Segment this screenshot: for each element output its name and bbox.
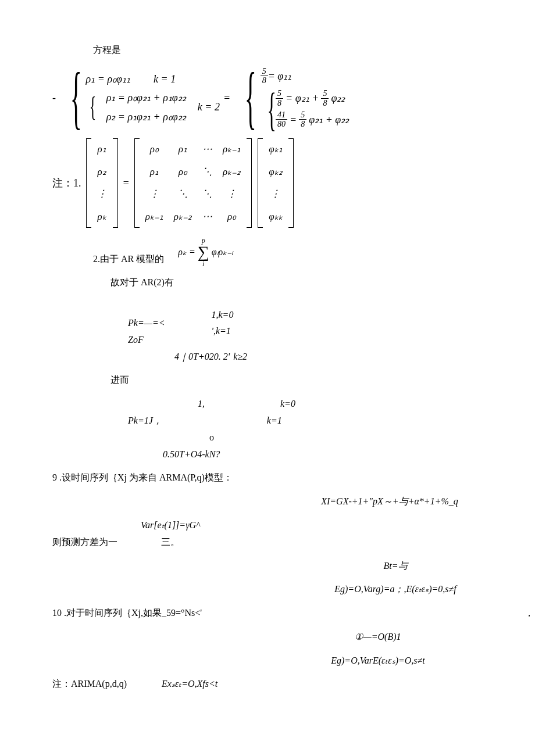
frac-c-l-den: 80	[276, 120, 287, 128]
m-10: ⋱	[202, 185, 212, 203]
thus-text: 进而	[47, 372, 535, 389]
m-8: ⋮	[149, 185, 159, 203]
intro-label: 方程是	[93, 45, 121, 55]
q9-footer-left: 则预测方差为一	[52, 534, 117, 551]
q9-footer-bot: 三。	[161, 534, 180, 551]
pk1-r3: 4｜0T+020. 2'	[174, 349, 230, 366]
m-5: ρ₀	[179, 163, 187, 181]
q10-label-row: 10 .对于时间序列｛Xj,如果_59=°Ns<' ， 则 X,～(d)o	[47, 605, 535, 622]
frac-b-l-den: 8	[276, 99, 283, 108]
frac-b-l-num: 5	[276, 89, 283, 98]
inner-left-brace: {	[89, 96, 96, 118]
right-bracket-3	[288, 138, 294, 228]
note1-matrix: 注：1. ρ₁ ρ₂ ⋮ ρₖ = ρ₀ ρ₁ ⋯ ρₖ₋₁ ρ₁ ρ₀ ⋱ ρ…	[47, 137, 535, 229]
frac-b-r-num: 5	[321, 89, 329, 98]
q10-eq1: ①—=O(B)1	[47, 629, 535, 646]
m-6: ⋱	[202, 163, 212, 181]
q9-footer: 则预测方差为一 Var[eₜ(1]]=γG^ 三。	[47, 517, 535, 551]
equation-system-1: - { ρ₁ = ρ₀φ₁₁ k = 1 { ρ₁ = ρ₀φ₂₁ + ρ₁φ₂…	[47, 67, 535, 129]
left-bracket-2	[134, 138, 140, 228]
sum-body: φᵢρₖ₋ᵢ	[212, 244, 234, 261]
frac-c-r-num: 5	[299, 110, 306, 120]
matrix-main: ρ₀ ρ₁ ⋯ ρₖ₋₁ ρ₁ ρ₀ ⋱ ρₖ₋₂ ⋮ ⋱ ⋱ ⋮ ρₖ₋₁ ρ…	[141, 137, 246, 229]
left-bracket-3	[258, 138, 263, 228]
m-2: ⋯	[202, 141, 212, 159]
case-line2a: ρ₁ = ρ₀φ₂₁ + ρ₁φ₂₂	[106, 88, 186, 107]
m-9: ⋱	[178, 185, 188, 203]
vr-2: ⋮	[270, 185, 280, 203]
case-line2b: ρ₂ = ρ₁φ₂₁ + ρ₀φ₂₂	[106, 108, 186, 126]
matrix-eq: =	[123, 174, 130, 192]
vr-1: φₖ₂	[269, 163, 282, 181]
pk1-r1: 1,k=0	[212, 307, 234, 324]
note1-label: 注：1.	[52, 174, 81, 192]
q9-footer-var: Var[eₜ(1]]=γG^	[141, 517, 200, 534]
m-1: ρ₁	[179, 141, 187, 159]
vl-1: ρ₂	[97, 163, 106, 181]
note2-prefix: 2.由于 AR 模型的	[93, 251, 164, 268]
note2-line: 2.由于 AR 模型的 ρₖ = p ∑ i φᵢρₖ₋ᵢ	[47, 237, 535, 267]
right-inner-brace: {	[267, 91, 276, 128]
vec-right: φₖ₁ φₖ₂ ⋮ φₖₖ	[264, 137, 287, 229]
pk-cases-2: 1, k=0 Pk=1J， k=1 o 0.50T+O4-kN?	[47, 396, 535, 463]
q10-footer: 注：ARIMA(p,d,q) Exₛεₜ=O,Xfs<t	[47, 676, 535, 693]
rhs-c-mid: φ₂₁ + φ₂₂	[309, 110, 349, 129]
case-line1-k: k = 1	[154, 70, 176, 88]
q10-tail: ， 则 X,～(d)o	[525, 605, 535, 622]
right-bracket-1	[113, 138, 118, 228]
m-15: ρ₀	[227, 208, 236, 226]
pk1-r2: ',k=1	[212, 323, 234, 340]
pk2-k1: k=0	[280, 396, 295, 413]
m-14: ⋯	[202, 208, 212, 226]
q10-bt-text: Bt=与	[383, 561, 407, 571]
q9-label: 9 .设时间序列｛Xj 为来自 ARMA(P,q)模型：	[47, 470, 535, 486]
thus-label: 进而	[110, 375, 129, 385]
vr-0: φₖ₁	[269, 141, 282, 159]
left-brace-outer: {	[70, 70, 82, 126]
q9-equation: XI=GX-+1+"pX～+与+α*+1+%_q	[47, 493, 535, 510]
equals-sign: =	[223, 88, 230, 107]
rhs-b-mid: = φ₂₁ +	[286, 89, 319, 108]
q10-eq1-text: ①—=O(B)1	[355, 632, 401, 642]
frac-b-r-den: 8	[321, 99, 329, 108]
q10-eg1-text: Eg)=O,Varg)=a；,E(εₜεₛ)=0,s≠f	[334, 584, 456, 594]
intro-text: 方程是	[47, 42, 535, 59]
frac-c-r-den: 8	[299, 120, 306, 128]
case-line2-k: k = 2	[198, 98, 220, 116]
left-bracket-1	[86, 138, 91, 228]
vec-left: ρ₁ ρ₂ ⋮ ρₖ	[92, 137, 112, 229]
case-line1: ρ₁ = ρ₀φ₁₁	[86, 70, 130, 88]
m-11: ⋮	[227, 185, 237, 203]
q10-ex: Exₛεₜ=O,Xfs<t	[162, 676, 217, 693]
m-12: ρₖ₋₁	[145, 208, 163, 226]
m-0: ρ₀	[150, 141, 159, 159]
m-3: ρₖ₋₁	[223, 141, 241, 159]
pk2-r1: 1,	[198, 396, 205, 413]
q10-eq2-text: Eg)=O,VarE(εₜεₛ)=O,s≠t	[331, 655, 425, 665]
pk2-r3: 0.50T+O4-kN?	[128, 446, 535, 463]
q9-label-text: 9 .设时间序列｛Xj 为来自 ARMA(P,q)模型：	[52, 472, 233, 482]
rho-k-eq: ρₖ =	[178, 244, 195, 261]
ar2-text: 故对于 AR(2)有	[110, 277, 174, 287]
pk-cases-1: Pk=—=< ZoF 1,k=0 ',k=1 4｜0T+020. 2' k≥2	[47, 298, 535, 365]
vr-3: φₖₖ	[269, 208, 282, 226]
q10-label: 10 .对于时间序列｛Xj,如果_59=°Ns<'	[52, 605, 202, 622]
vl-0: ρ₁	[97, 141, 106, 159]
pk2-lhs: Pk=1J，	[128, 413, 162, 429]
m-13: ρₖ₋₂	[174, 208, 192, 226]
right-system-brace-outer: {	[245, 70, 256, 126]
rhs-b-end: φ₂₂	[331, 89, 345, 108]
q9-eq-text: XI=GX-+1+"pX～+与+α*+1+%_q	[321, 496, 458, 506]
q10-eg1: Eg)=O,Varg)=a；,E(εₜεₛ)=0,s≠f	[47, 581, 535, 598]
m-4: ρ₁	[150, 163, 159, 181]
pk2-o: o	[128, 429, 535, 446]
vl-2: ⋮	[97, 185, 107, 203]
pk1-k3: k≥2	[233, 349, 247, 366]
sum-bot: i	[202, 260, 204, 267]
rhs-c-eq: =	[290, 110, 297, 129]
frac-c-l-num: 41	[276, 110, 287, 120]
vl-3: ρₖ	[97, 208, 106, 226]
pk1-sub: ZoF	[128, 332, 165, 349]
q10-footer-label: 注：ARIMA(p,d,q)	[52, 676, 127, 693]
rhs-a-eq: = φ₁₁	[268, 67, 292, 85]
